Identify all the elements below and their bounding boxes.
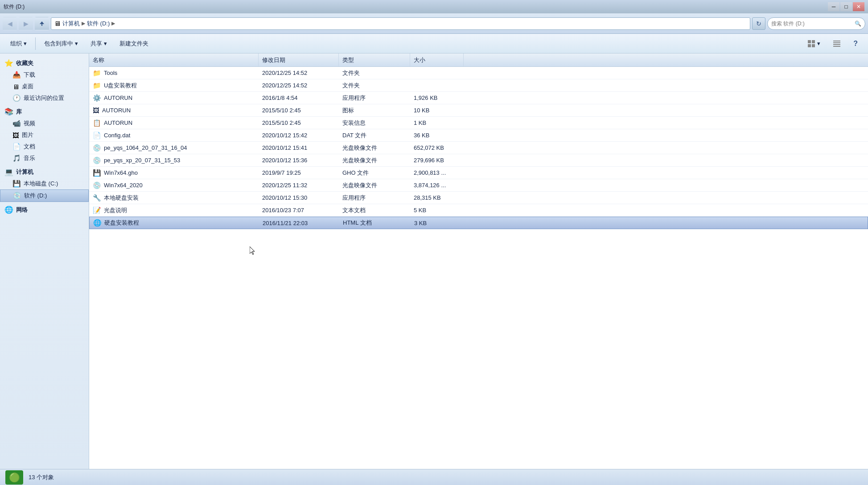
file-type-cell: 图标 bbox=[339, 104, 410, 116]
file-date-cell: 2020/12/25 11:32 bbox=[259, 179, 339, 191]
statusbar: 🟢 13 个对象 bbox=[0, 469, 868, 485]
file-type-cell: 光盘映像文件 bbox=[339, 142, 410, 154]
sidebar-computer-header[interactable]: 💻 计算机 bbox=[0, 166, 89, 178]
sidebar-library-header[interactable]: 📚 库 bbox=[0, 106, 89, 118]
file-date-cell: 2015/5/10 2:45 bbox=[259, 117, 339, 129]
details-view-button[interactable] bbox=[827, 36, 847, 51]
organize-chevron-icon: ▾ bbox=[24, 40, 27, 47]
file-type-icon: 🌐 bbox=[93, 219, 102, 227]
sidebar-item-music[interactable]: 🎵 音乐 bbox=[0, 152, 89, 164]
minimize-button[interactable]: ─ bbox=[828, 2, 839, 11]
filelist-container: 名称 修改日期 类型 大小 📁 Tools 2020/12/25 14:52 文… bbox=[89, 53, 868, 469]
file-name-cell: 🔧 本地硬盘安装 bbox=[89, 192, 259, 204]
table-row[interactable]: 📁 Tools 2020/12/25 14:52 文件夹 bbox=[89, 67, 868, 79]
sidebar-item-cdrive[interactable]: 💾 本地磁盘 (C:) bbox=[0, 178, 89, 189]
table-row[interactable]: 📄 Config.dat 2020/10/12 15:42 DAT 文件 36 … bbox=[89, 129, 868, 142]
file-type-cell: 光盘映像文件 bbox=[339, 179, 410, 191]
sidebar-network-header[interactable]: 🌐 网络 bbox=[0, 204, 89, 216]
file-date-cell: 2016/10/23 7:07 bbox=[259, 204, 339, 216]
window-title: 软件 (D:) bbox=[4, 3, 25, 11]
file-name: AUTORUN bbox=[104, 95, 132, 101]
file-date-cell: 2020/10/12 15:42 bbox=[259, 129, 339, 141]
search-input[interactable] bbox=[771, 21, 853, 27]
file-size-cell: 652,072 KB bbox=[410, 142, 464, 154]
sidebar-network-section: 🌐 网络 bbox=[0, 204, 89, 216]
sidebar-item-recent[interactable]: 🕐 最近访问的位置 bbox=[0, 92, 89, 104]
forward-button[interactable]: ▶ bbox=[19, 17, 33, 30]
refresh-button[interactable]: ↻ bbox=[752, 17, 765, 30]
sidebar-favorites-section: ⭐ 收藏夹 📥 下载 🖥 桌面 🕐 最近访问的位置 bbox=[0, 57, 89, 104]
sidebar-item-pictures[interactable]: 🖼 图片 bbox=[0, 129, 89, 141]
file-date-cell: 2019/9/7 19:25 bbox=[259, 167, 339, 179]
table-row[interactable]: ⚙️ AUTORUN 2016/1/8 4:54 应用程序 1,926 KB bbox=[89, 92, 868, 104]
file-type-icon: 📁 bbox=[93, 69, 101, 77]
share-chevron-icon: ▾ bbox=[104, 40, 107, 47]
file-type-cell: 安装信息 bbox=[339, 117, 410, 129]
sidebar-computer-label: 计算机 bbox=[16, 168, 33, 176]
sidebar-item-downloads[interactable]: 📥 下载 bbox=[0, 69, 89, 81]
col-header-name[interactable]: 名称 bbox=[89, 53, 259, 66]
col-header-size[interactable]: 大小 bbox=[410, 53, 464, 66]
file-name-cell: 📄 Config.dat bbox=[89, 129, 259, 141]
file-type-icon: 🔧 bbox=[93, 194, 101, 202]
sidebar-computer-section: 💻 计算机 💾 本地磁盘 (C:) 💿 软件 (D:) bbox=[0, 166, 89, 202]
sidebar-favorites-label: 收藏夹 bbox=[16, 59, 33, 67]
include-chevron-icon: ▾ bbox=[75, 40, 78, 47]
breadcrumb-bar[interactable]: 🖥 计算机 ▶ 软件 (D:) ▶ bbox=[51, 17, 750, 30]
sidebar-item-documents[interactable]: 📄 文档 bbox=[0, 141, 89, 152]
close-button[interactable]: ✕ bbox=[853, 2, 864, 11]
sidebar-item-desktop[interactable]: 🖥 桌面 bbox=[0, 81, 89, 92]
file-type-icon: 📄 bbox=[93, 132, 101, 140]
col-header-date[interactable]: 修改日期 bbox=[259, 53, 339, 66]
breadcrumb-drive[interactable]: 软件 (D:) bbox=[87, 20, 110, 28]
search-bar[interactable]: 🔍 bbox=[767, 17, 865, 30]
file-name: 光盘说明 bbox=[104, 206, 127, 214]
include-library-button[interactable]: 包含到库中 ▾ bbox=[38, 36, 84, 51]
svg-rect-0 bbox=[808, 40, 811, 43]
organize-button[interactable]: 组织 ▾ bbox=[4, 36, 33, 51]
file-name-cell: 🖼 AUTORUN bbox=[89, 104, 259, 116]
share-button[interactable]: 共享 ▾ bbox=[85, 36, 113, 51]
table-row[interactable]: 💿 Win7x64_2020 2020/12/25 11:32 光盘映像文件 3… bbox=[89, 179, 868, 192]
sidebar-item-ddrive[interactable]: 💿 软件 (D:) bbox=[0, 189, 89, 202]
table-row[interactable]: 📁 U盘安装教程 2020/12/25 14:52 文件夹 bbox=[89, 79, 868, 92]
svg-rect-2 bbox=[808, 44, 811, 47]
svg-rect-4 bbox=[833, 41, 840, 41]
svg-rect-7 bbox=[833, 46, 840, 47]
search-icon: 🔍 bbox=[855, 21, 861, 27]
file-date-cell: 2020/12/25 14:52 bbox=[259, 79, 339, 91]
col-header-type[interactable]: 类型 bbox=[339, 53, 410, 66]
file-type-icon: 💿 bbox=[93, 144, 101, 152]
file-type-cell: DAT 文件 bbox=[339, 129, 410, 141]
table-row[interactable]: 📝 光盘说明 2016/10/23 7:07 文本文档 5 KB bbox=[89, 204, 868, 217]
addressbar: ◀ ▶ 🖥 计算机 ▶ 软件 (D:) ▶ ↻ 🔍 bbox=[0, 13, 868, 34]
table-row[interactable]: 📋 AUTORUN 2015/5/10 2:45 安装信息 1 KB bbox=[89, 117, 868, 129]
help-button[interactable]: ? bbox=[847, 36, 864, 51]
table-row[interactable]: 💿 pe_yqs_1064_20_07_31_16_04 2020/10/12 … bbox=[89, 142, 868, 154]
table-row[interactable]: 🔧 本地硬盘安装 2020/10/12 15:30 应用程序 28,315 KB bbox=[89, 192, 868, 204]
file-name: 硬盘安装教程 bbox=[104, 219, 139, 227]
table-row[interactable]: 💾 Win7x64.gho 2019/9/7 19:25 GHO 文件 2,90… bbox=[89, 167, 868, 179]
table-row[interactable]: 🌐 硬盘安装教程 2016/11/21 22:03 HTML 文档 3 KB bbox=[89, 217, 868, 229]
file-date-cell: 2016/11/21 22:03 bbox=[259, 217, 339, 229]
file-name: Win7x64.gho bbox=[104, 169, 138, 176]
sidebar-item-video[interactable]: 📹 视频 bbox=[0, 118, 89, 129]
network-icon: 🌐 bbox=[4, 206, 13, 214]
file-name: AUTORUN bbox=[102, 107, 131, 114]
table-row[interactable]: 🖼 AUTORUN 2015/5/10 2:45 图标 10 KB bbox=[89, 104, 868, 117]
maximize-button[interactable]: □ bbox=[840, 2, 852, 11]
sidebar-favorites-header[interactable]: ⭐ 收藏夹 bbox=[0, 57, 89, 69]
file-name-cell: 💿 pe_yqs_xp_20_07_31_15_53 bbox=[89, 154, 259, 166]
back-button[interactable]: ◀ bbox=[3, 17, 17, 30]
desktop-icon: 🖥 bbox=[12, 83, 19, 90]
file-name-cell: 📋 AUTORUN bbox=[89, 117, 259, 129]
file-name: 本地硬盘安装 bbox=[104, 194, 139, 202]
pictures-icon: 🖼 bbox=[12, 132, 19, 139]
new-folder-button[interactable]: 新建文件夹 bbox=[114, 36, 154, 51]
view-toggle-button[interactable]: ▾ bbox=[802, 36, 826, 51]
file-type-cell: GHO 文件 bbox=[339, 167, 410, 179]
table-row[interactable]: 💿 pe_yqs_xp_20_07_31_15_53 2020/10/12 15… bbox=[89, 154, 868, 167]
breadcrumb-computer[interactable]: 计算机 bbox=[62, 20, 80, 28]
up-button[interactable] bbox=[35, 17, 49, 30]
library-icon: 📚 bbox=[4, 107, 13, 116]
